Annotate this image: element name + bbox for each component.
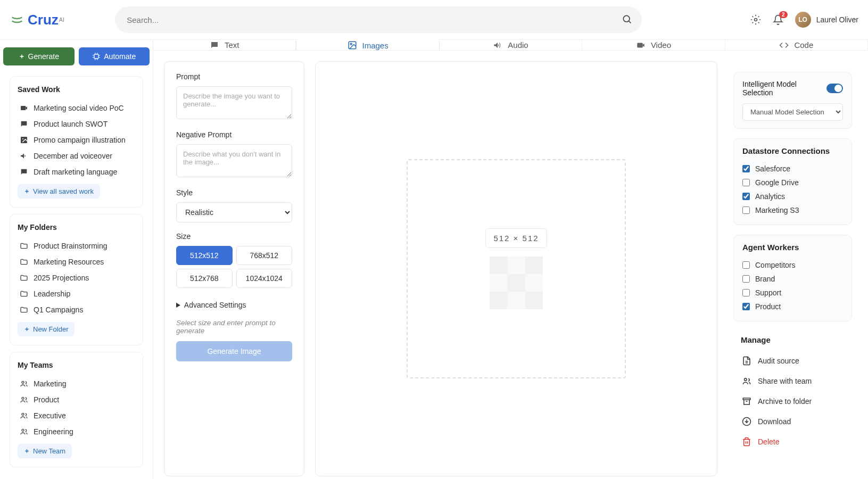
datastore-checkbox[interactable]: [742, 207, 750, 214]
tab-audio[interactable]: Audio: [440, 40, 582, 50]
svg-rect-14: [743, 398, 750, 400]
folders-title: My Folders: [18, 223, 135, 232]
folder-item[interactable]: Q1 Campaigns: [18, 302, 135, 318]
tab-code[interactable]: Code: [725, 40, 868, 50]
intelligent-model-toggle[interactable]: [826, 84, 843, 93]
folder-icon: [20, 242, 28, 250]
new-folder-button[interactable]: New Folder: [18, 322, 75, 336]
datastore-row[interactable]: Marketing S3: [742, 203, 843, 217]
logo[interactable]: CruzAI: [10, 12, 64, 28]
users-icon: [20, 395, 28, 404]
agents-title: Agent Workers: [742, 243, 843, 252]
agent-row[interactable]: Competitors: [742, 258, 843, 272]
tab-video[interactable]: Video: [582, 40, 725, 50]
datastore-row[interactable]: Salesforce: [742, 162, 843, 176]
code-icon: [779, 40, 789, 50]
size-option[interactable]: 512x512: [176, 246, 233, 265]
size-option[interactable]: 768x512: [236, 246, 293, 265]
image-icon: [348, 40, 357, 50]
team-item[interactable]: Marketing: [18, 376, 135, 392]
datastore-row[interactable]: Google Drive: [742, 176, 843, 189]
agent-row[interactable]: Brand: [742, 272, 843, 286]
manage-download[interactable]: Download: [741, 411, 845, 432]
search-input[interactable]: [115, 6, 642, 33]
team-item[interactable]: Engineering: [18, 424, 135, 440]
svg-point-9: [22, 429, 24, 431]
user-menu[interactable]: LO Laurel Oliver: [795, 12, 858, 28]
saved-item[interactable]: Draft marketing language: [18, 164, 135, 180]
canvas-area: 512 × 512: [315, 61, 717, 476]
checker-icon: [490, 257, 543, 310]
svg-point-5: [22, 138, 23, 139]
team-item[interactable]: Product: [18, 392, 135, 408]
manage-delete[interactable]: Delete: [741, 432, 845, 452]
agent-row[interactable]: Product: [742, 300, 843, 313]
agents-section: Agent Workers Competitors Brand Support …: [733, 235, 852, 321]
size-label: Size: [176, 232, 292, 241]
video-icon: [20, 104, 28, 112]
neg-prompt-input[interactable]: [176, 144, 292, 177]
folder-icon: [20, 258, 28, 266]
agent-checkbox[interactable]: [742, 289, 750, 296]
generate-image-button[interactable]: Generate Image: [176, 341, 292, 361]
users-icon: [20, 427, 28, 436]
svg-point-7: [22, 397, 24, 399]
folder-item[interactable]: 2025 Projections: [18, 270, 135, 286]
datastore-section: Datastore Connections Salesforce Google …: [733, 138, 852, 225]
advanced-settings[interactable]: Advanced Settings: [176, 298, 292, 312]
agent-row[interactable]: Support: [742, 286, 843, 300]
svg-point-0: [624, 15, 630, 22]
folder-icon: [20, 290, 28, 298]
agent-checkbox[interactable]: [742, 261, 750, 269]
tab-text[interactable]: Text: [153, 40, 296, 50]
view-all-saved-button[interactable]: View all saved work: [18, 184, 100, 199]
team-item[interactable]: Executive: [18, 408, 135, 424]
saved-item[interactable]: December ad voiceover: [18, 148, 135, 164]
saved-item[interactable]: Marketing social video PoC: [18, 100, 135, 116]
users-icon: [742, 376, 751, 386]
audio-icon: [20, 152, 28, 160]
size-option[interactable]: 512x768: [176, 269, 233, 288]
svg-point-11: [350, 43, 352, 45]
saved-item[interactable]: Product launch SWOT: [18, 116, 135, 132]
automate-button[interactable]: Automate: [79, 47, 150, 65]
datastore-checkbox[interactable]: [742, 179, 750, 186]
settings-button[interactable]: [750, 14, 761, 25]
datastore-checkbox[interactable]: [742, 193, 750, 200]
manual-model-select[interactable]: Manual Model Selection: [742, 103, 843, 121]
notifications-button[interactable]: 2: [773, 14, 783, 25]
model-section: Intelligent Model Selection Manual Model…: [733, 72, 852, 129]
manage-share[interactable]: Share with team: [741, 371, 845, 391]
saved-item[interactable]: Promo campaign illustration: [18, 132, 135, 148]
brand-suffix: AI: [59, 16, 64, 23]
svg-point-8: [22, 413, 24, 415]
folder-item[interactable]: Marketing Resources: [18, 254, 135, 270]
folder-icon: [20, 274, 28, 282]
manage-title: Manage: [741, 335, 845, 344]
svg-point-1: [754, 19, 757, 21]
canvas-placeholder: 512 × 512: [407, 159, 626, 378]
folder-item[interactable]: Leadership: [18, 286, 135, 302]
agent-checkbox[interactable]: [742, 303, 750, 310]
prompt-label: Prompt: [176, 72, 292, 81]
tab-images[interactable]: Images: [296, 39, 439, 50]
plus-icon: [24, 448, 30, 454]
chat-icon: [210, 40, 219, 50]
size-option[interactable]: 1024x1024: [236, 269, 293, 288]
generate-button[interactable]: Generate: [3, 47, 75, 65]
new-team-button[interactable]: New Team: [18, 444, 72, 458]
saved-work-title: Saved Work: [18, 85, 135, 94]
manage-archive[interactable]: Archive to folder: [741, 391, 845, 411]
agent-checkbox[interactable]: [742, 275, 750, 283]
style-select[interactable]: Realistic: [176, 202, 292, 222]
datastore-checkbox[interactable]: [742, 165, 750, 172]
search-icon[interactable]: [622, 14, 632, 24]
plus-icon: [24, 326, 30, 332]
manage-audit[interactable]: Audit source: [741, 351, 845, 371]
prompt-input[interactable]: [176, 86, 292, 119]
intelligent-model-label: Intelligent Model Selection: [742, 80, 826, 97]
datastore-row[interactable]: Analytics: [742, 189, 843, 203]
folder-item[interactable]: Product Brainstorming: [18, 238, 135, 254]
plus-icon: [24, 188, 30, 194]
hint-text: Select size and enter prompt to generate: [176, 319, 292, 335]
